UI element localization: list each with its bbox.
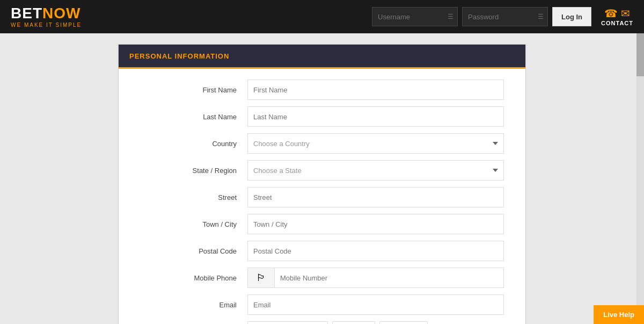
contact-icons: ☎ ✉ <box>604 7 630 20</box>
email-icon: ✉ <box>621 7 630 20</box>
last-name-label: Last Name <box>140 113 247 121</box>
mobile-input-row: 🏳 <box>247 268 504 288</box>
header: BETNOW WE MAKE IT SIMPLE ☰ ☰ Log In ☎ ✉ … <box>0 0 644 33</box>
dob-selects: January February March April May June Ju… <box>247 321 504 324</box>
dob-month-select[interactable]: January February March April May June Ju… <box>247 321 328 324</box>
live-help-button[interactable]: Live Help <box>594 305 644 324</box>
postal-row: Postal Code <box>140 241 504 261</box>
country-select[interactable]: Choose a Country <box>247 133 504 154</box>
postal-label: Postal Code <box>140 247 247 255</box>
email-row: Email <box>140 294 504 315</box>
contact-label: CONTACT <box>601 20 633 26</box>
dob-row: Date of Birth January February March Apr… <box>140 321 504 324</box>
street-input[interactable] <box>247 187 504 207</box>
main-content: PERSONAL INFORMATION First Name Last Nam… <box>0 33 644 324</box>
street-label: Street <box>140 193 247 201</box>
logo-area: BETNOW WE MAKE IT SIMPLE <box>11 6 82 28</box>
mobile-input[interactable] <box>274 268 504 288</box>
first-name-row: First Name <box>140 80 504 100</box>
country-label: Country <box>140 140 247 148</box>
mobile-label: Mobile Phone <box>140 274 247 282</box>
password-icon: ☰ <box>538 13 544 20</box>
last-name-input[interactable] <box>247 106 504 127</box>
town-label: Town / City <box>140 220 247 228</box>
email-field <box>247 294 504 315</box>
logo-sub: WE MAKE IT SIMPLE <box>11 22 82 28</box>
dob-day-select[interactable]: 1 2 3 <box>332 321 375 324</box>
form-header: PERSONAL INFORMATION <box>119 45 525 69</box>
header-right: ☰ ☰ Log In ☎ ✉ CONTACT <box>372 7 633 26</box>
username-icon: ☰ <box>448 13 453 20</box>
password-wrapper: ☰ <box>462 7 548 26</box>
login-button[interactable]: Log In <box>552 7 591 26</box>
header-password-input[interactable] <box>462 7 548 26</box>
first-name-input[interactable] <box>247 80 504 100</box>
dob-field: January February March April May June Ju… <box>247 321 504 324</box>
email-label: Email <box>140 301 247 309</box>
form-title: PERSONAL INFORMATION <box>129 52 229 60</box>
town-input[interactable] <box>247 214 504 234</box>
last-name-field <box>247 106 504 127</box>
contact-area: ☎ ✉ CONTACT <box>601 7 633 26</box>
form-container: PERSONAL INFORMATION First Name Last Nam… <box>118 44 526 324</box>
postal-field <box>247 241 504 261</box>
state-field: Choose a State <box>247 160 504 181</box>
postal-input[interactable] <box>247 241 504 261</box>
country-row: Country Choose a Country <box>140 133 504 154</box>
first-name-field <box>247 80 504 100</box>
logo-text: BETNOW <box>11 6 80 21</box>
town-field <box>247 214 504 234</box>
email-input[interactable] <box>247 294 504 315</box>
street-field <box>247 187 504 207</box>
username-input[interactable] <box>372 7 458 26</box>
mobile-flag: 🏳 <box>247 268 274 288</box>
state-select[interactable]: Choose a State <box>247 160 504 181</box>
last-name-row: Last Name <box>140 106 504 127</box>
mobile-field: 🏳 <box>247 268 504 288</box>
street-row: Street <box>140 187 504 207</box>
state-label: State / Region <box>140 167 247 175</box>
username-wrapper: ☰ <box>372 7 458 26</box>
country-field: Choose a Country <box>247 133 504 154</box>
first-name-label: First Name <box>140 86 247 94</box>
phone-icon: ☎ <box>604 7 618 20</box>
mobile-row: Mobile Phone 🏳 <box>140 268 504 288</box>
state-row: State / Region Choose a State <box>140 160 504 181</box>
town-row: Town / City <box>140 214 504 234</box>
scrollbar-thumb[interactable] <box>636 33 644 76</box>
scrollbar[interactable] <box>636 33 644 324</box>
dob-year-select[interactable]: 2001 2000 1999 <box>379 321 428 324</box>
form-body: First Name Last Name Country Choose a Co… <box>119 69 525 324</box>
